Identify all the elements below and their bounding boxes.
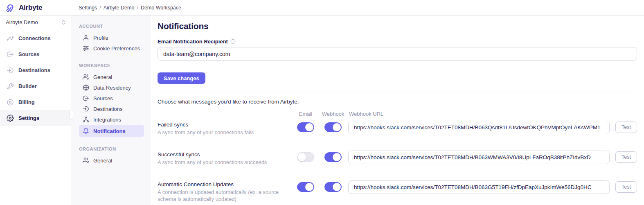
row-title: Failed syncs	[158, 122, 287, 128]
workspace-selector[interactable]: Airbyte Demo	[0, 16, 71, 28]
webhook-url-input[interactable]	[348, 151, 610, 164]
settings-nav-item-profile[interactable]: Profile	[79, 32, 144, 43]
settings-nav-item-label: Integrations	[93, 117, 121, 123]
settings-nav-item-destinations[interactable]: Destinations	[79, 104, 144, 114]
settings-nav-item-data-residency[interactable]: Data Residency	[79, 82, 144, 93]
sidebar-item-label: Billing	[18, 99, 35, 105]
settings-nav-item-general[interactable]: General	[79, 72, 144, 82]
column-header-email: Email	[299, 111, 313, 121]
row-description: A sync from any of your connections succ…	[158, 159, 287, 166]
settings-nav-item-notifications[interactable]: Notifications	[79, 125, 144, 137]
sidebar-item-label: Destinations	[18, 67, 50, 73]
workspace-selector-label: Airbyte Demo	[6, 19, 38, 25]
section-title: WORKSPACE	[79, 63, 144, 68]
page-title: Notifications	[158, 21, 637, 31]
webhook-toggle[interactable]	[324, 152, 342, 162]
globe-icon	[83, 84, 89, 91]
integrations-icon	[83, 116, 89, 123]
choose-messages-text: Choose what messages you'd like to recei…	[158, 99, 637, 105]
sidebar-item-label: Builder	[18, 83, 37, 89]
settings-nav-item-label: Notifications	[93, 128, 126, 134]
sidebar-item-label: Connections	[18, 35, 51, 41]
top-bar: Settings / Airbyte Demo / Demo Workspace	[71, 0, 644, 16]
email-toggle[interactable]	[297, 152, 314, 162]
sidebar-collapse-handle[interactable]	[69, 110, 73, 119]
settings-nav-item-org-general[interactable]: General	[79, 155, 144, 166]
sidebar-item-label: Settings	[18, 115, 39, 121]
main-sidebar: Airbyte Demo Connections	[0, 16, 71, 205]
email-toggle[interactable]	[297, 182, 314, 192]
email-recipient-input[interactable]	[158, 47, 637, 61]
builder-icon	[7, 83, 14, 90]
sidebar-item-builder[interactable]: Builder	[0, 78, 71, 94]
test-button[interactable]: Test	[615, 151, 637, 163]
email-toggle[interactable]	[297, 122, 314, 132]
email-recipient-label: Email Notification Recipient	[158, 38, 228, 45]
section-title: ACCOUNT	[79, 24, 144, 29]
test-button[interactable]: Test	[615, 181, 637, 193]
column-header-webhook-url: Webhook URL	[348, 111, 383, 121]
settings-nav-item-label: General	[93, 158, 112, 164]
user-icon	[83, 34, 89, 41]
webhook-toggle[interactable]	[324, 122, 342, 132]
source-icon	[83, 95, 89, 101]
settings-nav-item-label: Cookie Preferences	[93, 45, 140, 52]
section-title: ORGANIZATION	[79, 146, 144, 151]
webhook-toggle[interactable]	[324, 182, 342, 192]
divider	[158, 92, 637, 92]
info-icon[interactable]	[230, 39, 236, 44]
airbyte-app: Airbyte Settings / Airbyte Demo / Demo W…	[0, 0, 644, 205]
chevron-up-down-icon	[61, 20, 66, 25]
breadcrumb-workspace-org[interactable]: Airbyte Demo	[104, 5, 135, 11]
sidebar-item-sources[interactable]: Sources	[0, 46, 71, 62]
destination-icon	[83, 106, 89, 112]
settings-nav-section-account: ACCOUNT Profile Cookie Preferences	[79, 24, 144, 54]
column-header-webhook: Webhook	[322, 111, 345, 121]
billing-icon	[7, 99, 14, 106]
sidebar-item-billing[interactable]: Billing	[0, 94, 71, 110]
settings-nav-item-label: Destinations	[93, 106, 123, 112]
settings-nav-item-integrations[interactable]: Integrations	[79, 114, 144, 125]
settings-nav-item-label: Data Residency	[93, 85, 131, 91]
settings-nav-item-label: Profile	[93, 35, 108, 41]
breadcrumb: Settings / Airbyte Demo / Demo Workspace	[79, 5, 181, 11]
gear-icon	[7, 115, 14, 122]
logo-text: Airbyte	[19, 4, 42, 12]
webhook-url-input[interactable]	[348, 121, 610, 134]
users-icon	[83, 74, 89, 80]
settings-nav-item-label: General	[93, 74, 112, 80]
bell-icon	[83, 128, 89, 134]
logo-area: Airbyte	[0, 0, 71, 16]
source-icon	[7, 51, 14, 58]
settings-nav-section-organization: ORGANIZATION General	[79, 146, 144, 166]
sidebar-item-connections[interactable]: Connections	[0, 30, 71, 46]
settings-nav-section-workspace: WORKSPACE General Data Residency	[79, 63, 144, 137]
row-description: A connection is updated automatically (e…	[158, 189, 287, 203]
settings-nav-item-label: Sources	[93, 95, 113, 101]
destination-icon	[7, 67, 14, 74]
sliders-icon	[83, 45, 89, 52]
row-title: Successful syncs	[158, 151, 287, 158]
settings-nav: ACCOUNT Profile Cookie Preferences	[71, 16, 151, 205]
breadcrumb-settings[interactable]: Settings	[79, 5, 97, 11]
airbyte-logo-icon	[5, 2, 16, 13]
sidebar-item-label: Sources	[18, 51, 39, 57]
row-description: A sync from any of your connections fail…	[158, 129, 287, 136]
webhook-url-input[interactable]	[348, 180, 610, 194]
sidebar-item-destinations[interactable]: Destinations	[0, 62, 71, 78]
main-nav: Connections Sources Destinations	[0, 30, 71, 126]
breadcrumb-workspace[interactable]: Demo Workspace	[141, 5, 181, 11]
users-icon	[83, 157, 89, 164]
row-title: Automatic Connection Updates	[158, 181, 287, 187]
breadcrumb-separator: /	[137, 5, 138, 11]
main-content: Notifications Email Notification Recipie…	[151, 16, 644, 205]
sidebar-item-settings[interactable]: Settings	[0, 110, 71, 126]
notification-settings-table: Email Webhook Webhook URL Failed syncs A…	[158, 111, 637, 203]
breadcrumb-separator: /	[99, 5, 101, 11]
settings-nav-item-cookie-preferences[interactable]: Cookie Preferences	[79, 43, 144, 54]
save-changes-button[interactable]: Save changes	[158, 72, 205, 84]
test-button[interactable]: Test	[615, 122, 637, 133]
connections-icon	[7, 35, 14, 42]
settings-nav-item-sources[interactable]: Sources	[79, 93, 144, 104]
